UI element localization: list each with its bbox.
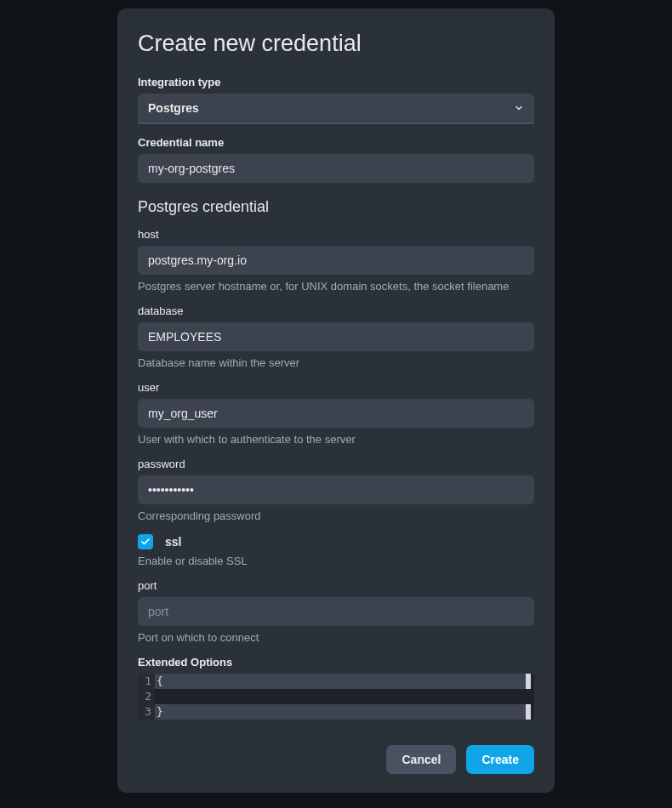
database-input[interactable] [138,322,534,351]
credential-name-input[interactable] [138,154,534,183]
password-field: password Corresponding password [138,458,534,522]
ssl-label: ssl [165,535,181,549]
gutter-number: 3 [138,704,155,720]
credential-name-field: Credential name [138,136,534,183]
section-title: Postgres credential [138,198,534,216]
port-field: port Port on which to connect [138,579,534,644]
code-content: { [155,674,534,689]
code-content: } [155,704,534,720]
password-input[interactable] [138,475,534,504]
password-label: password [138,458,534,470]
code-line: 3 } [138,704,534,720]
port-input[interactable] [138,597,534,626]
database-label: database [138,304,534,317]
gutter-number: 1 [138,674,155,689]
modal-footer: Cancel Create [138,745,534,774]
port-help: Port on which to connect [138,631,534,644]
create-credential-modal: Create new credential Integration type P… [117,9,555,793]
ssl-row: ssl [138,534,534,549]
code-content [155,689,534,704]
code-text: } [157,705,163,718]
modal-title: Create new credential [138,31,534,57]
cursor-mark [526,674,531,689]
integration-type-select-wrap: Postgres [138,94,534,124]
user-help: User with which to authenticate to the s… [138,433,534,446]
line-highlight [155,704,526,720]
host-help: Postgres server hostname or, for UNIX do… [138,280,534,293]
ssl-checkbox[interactable] [138,534,153,549]
cancel-button[interactable]: Cancel [386,745,456,774]
integration-type-select[interactable]: Postgres [138,94,534,124]
user-input[interactable] [138,399,534,428]
create-button[interactable]: Create [466,745,534,774]
extended-options-field: Extended Options 1 { 2 3 } [138,656,534,720]
ssl-field: ssl Enable or disable SSL [138,534,534,567]
ssl-help: Enable or disable SSL [138,555,534,567]
code-text: { [157,674,163,687]
host-label: host [138,228,534,241]
host-input[interactable] [138,246,534,275]
host-field: host Postgres server hostname or, for UN… [138,228,534,293]
gutter-number: 2 [138,689,155,704]
extended-options-editor[interactable]: 1 { 2 3 } [138,674,534,720]
password-help: Corresponding password [138,509,534,522]
check-icon [140,537,151,547]
integration-type-field: Integration type Postgres [138,76,534,124]
database-help: Database name within the server [138,356,534,369]
code-line: 2 [138,689,534,704]
user-label: user [138,381,534,394]
user-field: user User with which to authenticate to … [138,381,534,446]
extended-options-label: Extended Options [138,656,534,669]
line-highlight [155,674,526,689]
cursor-mark [526,704,531,720]
port-label: port [138,579,534,592]
credential-name-label: Credential name [138,136,534,149]
database-field: database Database name within the server [138,304,534,369]
code-line: 1 { [138,674,534,689]
integration-type-label: Integration type [138,76,534,88]
